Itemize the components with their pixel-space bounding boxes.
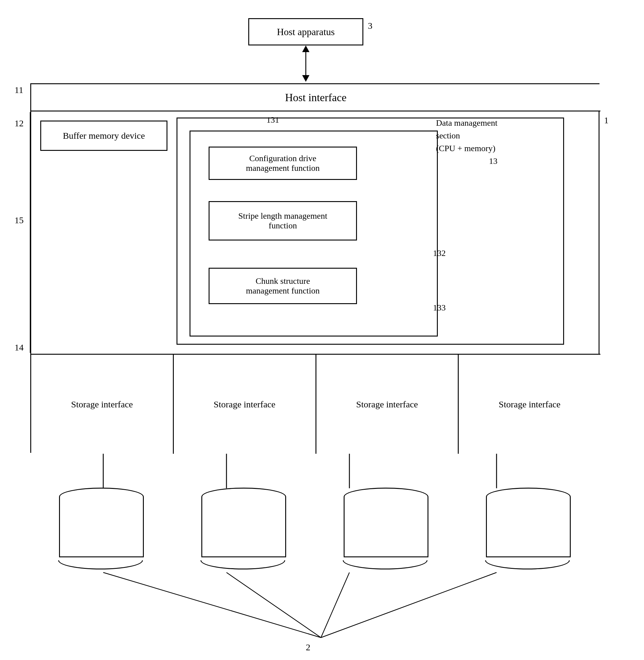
- storage-cylinder-3: [344, 488, 429, 569]
- svg-line-14: [321, 572, 349, 638]
- host-apparatus-box: Host apparatus: [248, 18, 363, 45]
- storage-cylinders-row: [30, 488, 599, 569]
- chunk-structure-box: Chunk structure management function: [209, 268, 357, 304]
- storage-interface-2: Storage interface: [174, 355, 316, 454]
- stripe-length-box: Stripe length management function: [209, 201, 357, 241]
- ref-13: 13: [436, 155, 498, 167]
- cyl3-body: [344, 497, 429, 557]
- data-mgmt-label-text: Data managementsection(CPU + memory): [436, 118, 498, 153]
- host-apparatus-label: Host apparatus: [277, 26, 335, 38]
- storage-cylinder-2: [201, 488, 286, 569]
- functions-box-131: Configuration drive management function …: [189, 131, 438, 337]
- cyl2-body: [201, 497, 286, 557]
- host-interface-label: Host interface: [285, 91, 347, 104]
- storage-interface-4: Storage interface: [459, 355, 600, 454]
- storage-cylinder-4: [486, 488, 571, 569]
- ref-label-11: 11: [15, 85, 23, 95]
- storage-cylinder-1: [59, 488, 144, 569]
- cyl4-body: [486, 497, 571, 557]
- ref-label-1: 1: [604, 115, 608, 126]
- config-drive-label: Configuration drive management function: [246, 154, 319, 173]
- storage-interfaces-row: Storage interface Storage interface Stor…: [31, 354, 600, 454]
- cyl1-body: [59, 497, 144, 557]
- stripe-length-label: Stripe length management function: [238, 211, 327, 230]
- ref-label-3: 3: [368, 21, 372, 31]
- buffer-memory-box: Buffer memory device: [40, 120, 167, 151]
- storage-interface-1: Storage interface: [31, 355, 174, 454]
- ref-label-132: 132: [433, 248, 446, 258]
- svg-marker-1: [302, 75, 309, 82]
- host-interface-box: Host interface: [31, 84, 600, 111]
- ref-label-131: 131: [267, 115, 279, 125]
- storage-interface-3: Storage interface: [316, 355, 459, 454]
- main-device-box: Host interface Buffer memory device Conf…: [30, 83, 599, 453]
- svg-line-13: [227, 572, 321, 638]
- svg-marker-2: [302, 45, 309, 52]
- svg-line-15: [321, 572, 497, 638]
- ref-label-133: 133: [433, 303, 446, 313]
- config-drive-box: Configuration drive management function: [209, 146, 357, 180]
- ref-label-15: 15: [15, 215, 24, 225]
- svg-line-12: [103, 572, 321, 638]
- data-management-outer-box: Configuration drive management function …: [177, 117, 564, 345]
- chunk-structure-label: Chunk structure management function: [246, 276, 319, 296]
- diagram-container: Host apparatus 3 Host interface Buffer m…: [0, 0, 644, 660]
- ref-label-12: 12: [15, 118, 24, 129]
- ref-label-13: Data managementsection(CPU + memory) 13: [436, 117, 498, 167]
- ref-label-14: 14: [15, 342, 24, 352]
- ref-label-2: 2: [306, 642, 310, 653]
- buffer-memory-label: Buffer memory device: [63, 131, 145, 141]
